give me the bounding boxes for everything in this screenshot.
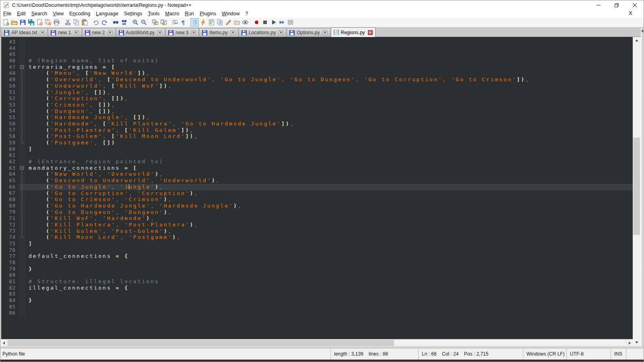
menu-item-plugins[interactable]: Plugins	[197, 10, 219, 17]
fold-margin[interactable]	[19, 58, 25, 64]
fold-margin[interactable]	[19, 196, 25, 203]
fold-margin[interactable]	[19, 184, 25, 190]
tab-close-icon[interactable]: ✕	[108, 30, 113, 35]
menu-item-edit[interactable]: Edit	[14, 10, 29, 17]
code-text[interactable]: ('Go to Jungle', 'Jungle'),	[25, 184, 633, 190]
replace-icon[interactable]: ab	[120, 18, 128, 27]
fold-margin[interactable]	[19, 304, 25, 310]
code-line-63[interactable]: 63mandatory_connections = [	[1, 165, 633, 171]
fold-margin[interactable]	[19, 39, 25, 45]
fold-margin[interactable]	[19, 310, 25, 317]
code-line-83[interactable]: 83	[1, 291, 633, 298]
tab-close-icon[interactable]: ✕	[279, 30, 283, 35]
menu-item-encoding[interactable]: Encoding	[66, 10, 93, 17]
menu-item-file[interactable]: File	[0, 10, 14, 17]
code-text[interactable]: ('Overworld', ['Descend to Underworld', …	[25, 76, 633, 83]
code-line-74[interactable]: 74 ('Kill Moon Lord', 'Postgame'),	[1, 234, 633, 241]
code-line-67[interactable]: 67 ('Go to Corruption', 'Corruption'),	[1, 190, 633, 197]
fold-margin[interactable]	[19, 102, 25, 108]
word-wrap-icon[interactable]	[171, 18, 179, 27]
code-line-80[interactable]: 80	[1, 272, 633, 278]
code-text[interactable]: # Structure: illegal locations	[25, 278, 633, 285]
menu-item-view[interactable]: View	[50, 10, 66, 17]
tab-ap-ideas-txt[interactable]: AP Ideas.txt✕	[1, 28, 47, 37]
fold-margin[interactable]	[19, 158, 25, 165]
save-all-icon[interactable]	[27, 18, 35, 27]
scroll-up-arrow-icon[interactable]	[633, 37, 640, 44]
code-line-68[interactable]: 68 ('Go to Crimson', 'Crimson'),	[1, 196, 633, 203]
code-line-62[interactable]: 62# (Entrance, region pointed to)	[1, 158, 633, 165]
code-line-46[interactable]: 46# (Region name, list of exits)	[1, 58, 633, 64]
code-line-50[interactable]: 50 ('Underworld', ['Kill WoF']),	[1, 83, 633, 89]
code-line-79[interactable]: 79}	[1, 266, 633, 272]
macro-record-icon[interactable]	[252, 18, 261, 27]
menu-item-window[interactable]: Window	[219, 10, 242, 17]
fold-margin[interactable]	[19, 291, 25, 298]
code-text[interactable]: ]	[25, 241, 633, 247]
code-line-44[interactable]: 44	[1, 45, 633, 51]
close-file-icon[interactable]	[35, 18, 44, 27]
restore-button[interactable]	[607, 0, 625, 10]
code-text[interactable]: ('Go to Corruption', 'Corruption'),	[25, 190, 633, 197]
code-line-54[interactable]: 54 ('Dungeon', []),	[1, 108, 633, 115]
code-line-60[interactable]: 60]	[1, 146, 633, 152]
code-text[interactable]: ('Postgame', [])	[25, 140, 633, 146]
code-text[interactable]: ('Underworld', ['Kill WoF']),	[25, 83, 633, 89]
vertical-scrollbar[interactable]	[633, 37, 640, 346]
cut-icon[interactable]	[64, 18, 72, 27]
menu-item-macro[interactable]: Macro	[162, 10, 182, 17]
macro-stop-icon[interactable]	[261, 18, 269, 27]
code-line-82[interactable]: 82illegal_connections = {	[1, 285, 633, 291]
document-map-icon[interactable]	[207, 18, 216, 27]
fold-margin[interactable]	[19, 209, 25, 216]
fold-margin[interactable]	[19, 203, 25, 209]
fold-margin[interactable]	[19, 127, 25, 134]
tab-locations-py[interactable]: Locations.py✕	[239, 28, 286, 37]
monitoring-icon[interactable]	[241, 18, 250, 27]
code-line-86[interactable]: 86	[1, 310, 633, 317]
folder-workspace-icon[interactable]	[233, 18, 241, 27]
copy-icon[interactable]	[72, 18, 80, 27]
code-line-58[interactable]: 58 ('Post-Golem', ['Kill Moon Lord']),	[1, 133, 633, 140]
scroll-down-arrow-icon[interactable]	[633, 339, 640, 346]
code-text[interactable]: ('Corruption', []),	[25, 95, 633, 102]
fold-margin[interactable]	[19, 152, 25, 158]
fold-margin[interactable]	[19, 108, 25, 115]
fold-margin[interactable]	[19, 247, 25, 253]
code-line-69[interactable]: 69 ('Go to Hardmode Jungle', 'Hardmode J…	[1, 203, 633, 209]
tab-close-icon[interactable]: ✕	[191, 30, 196, 35]
code-text[interactable]: # (Region name, list of exits)	[25, 58, 633, 64]
fold-margin[interactable]	[19, 297, 25, 304]
menu-item-run[interactable]: Run	[182, 10, 197, 17]
scroll-right-arrow-icon[interactable]	[626, 339, 633, 346]
minimize-button[interactable]	[589, 0, 607, 10]
vertical-scrollbar-thumb[interactable]	[633, 138, 640, 235]
tab-new-1[interactable]: new 1✕	[48, 28, 81, 37]
sync-horizontal-icon[interactable]	[159, 18, 168, 27]
save-icon[interactable]	[19, 18, 27, 27]
code-text[interactable]: terraria_regions = [	[25, 64, 633, 70]
code-line-84[interactable]: 84}	[1, 297, 633, 304]
tab-close-icon[interactable]: ✕	[323, 30, 328, 35]
code-text[interactable]: ('Go to Hardmode Jungle', 'Hardmode Jung…	[25, 203, 633, 209]
fold-margin[interactable]	[19, 228, 25, 234]
fold-margin[interactable]	[19, 64, 25, 70]
status-eol-format[interactable]: Windows (CR LF)	[523, 348, 566, 360]
fold-margin[interactable]	[19, 83, 25, 89]
code-line-73[interactable]: 73 ('Kill Golem', 'Post-Golem'),	[1, 228, 633, 234]
undo-icon[interactable]	[92, 18, 100, 27]
fold-margin[interactable]	[19, 45, 25, 51]
code-text[interactable]: ('Hardmode Jungle', []),	[25, 114, 633, 121]
new-file-icon[interactable]	[2, 18, 10, 27]
fold-margin[interactable]	[19, 241, 25, 247]
macro-save-icon[interactable]	[286, 18, 295, 27]
code-line-66[interactable]: 66 ('Go to Jungle', 'Jungle'),	[1, 184, 633, 190]
fold-margin[interactable]	[19, 95, 25, 102]
code-text[interactable]: ('New World', 'Overworld'),	[25, 171, 633, 177]
fold-margin[interactable]	[19, 89, 25, 96]
paste-icon[interactable]	[80, 18, 89, 27]
code-text[interactable]: mandatory_connections = [	[25, 165, 633, 171]
code-line-75[interactable]: 75]	[1, 241, 633, 247]
code-text[interactable]: ('Post-Golem', ['Kill Moon Lord']),	[25, 133, 633, 140]
code-line-48[interactable]: 48 ('Menu', ['New World']),	[1, 70, 633, 76]
